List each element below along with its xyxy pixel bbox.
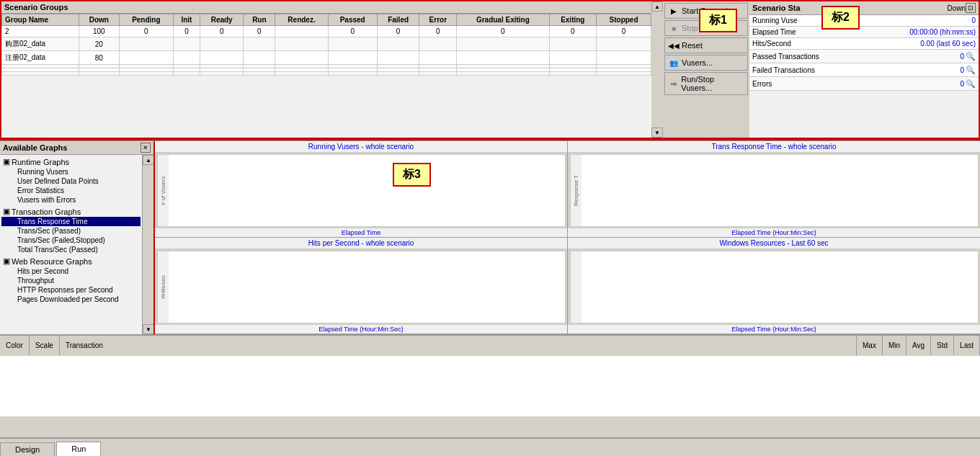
scroll-down-arrow[interactable]: ▼	[651, 128, 663, 138]
stats-row-running: Running Vuse 0	[749, 15, 979, 27]
window-button[interactable]: ⊡	[966, 3, 976, 13]
graph-item-trans-sec-passed[interactable]: Trans/Sec (Passed)	[1, 226, 141, 236]
chart-windows-title: Windows Resources - Last 60 sec	[568, 238, 980, 249]
bt-col-min: Min	[883, 336, 906, 355]
ag-scroll-track[interactable]	[143, 165, 153, 324]
scenario-groups-table: Group Name Down Pending Init Ready Run R…	[1, 14, 651, 138]
label-badge-3: 标3	[393, 163, 431, 187]
graph-item-throughput[interactable]: Throughput	[1, 276, 141, 285]
tab-design[interactable]: Design	[0, 442, 55, 456]
col-gradual: Gradual Exiting	[457, 14, 549, 26]
down-label: Down	[947, 4, 966, 12]
chart-running-vusers-title: Running Vusers - whole scenario	[155, 141, 567, 153]
graph-item-hits[interactable]: Hits per Second	[1, 267, 141, 276]
graph-item-pages-downloaded[interactable]: Pages Downloaded per Second	[1, 295, 141, 304]
chart-trans-response-body: Response T	[569, 154, 979, 227]
errors-search-icon[interactable]: 🔍	[966, 79, 976, 89]
scroll-up-arrow[interactable]: ▲	[651, 1, 663, 12]
transaction-label: Transaction Graphs	[12, 207, 81, 216]
bt-col-color: Color	[0, 336, 30, 355]
vusers-button[interactable]: 👥 Vusers...	[664, 55, 748, 71]
bt-col-last: Last	[954, 336, 980, 355]
table-row	[2, 72, 651, 76]
expand-icon2: ▣	[3, 207, 10, 216]
col-passed: Passed	[328, 14, 377, 26]
chart-hits-ylabel: #Hits/sec	[157, 251, 169, 323]
bottom-table-header: Color Scale Transaction Max Min Avg Std …	[0, 335, 980, 355]
chart-trans-response: Trans Response Time - whole scenario Res…	[568, 141, 980, 237]
transaction-graphs-group: ▣ Transaction Graphs Trans Response Time…	[1, 206, 141, 254]
chart-hits-canvas[interactable]	[169, 251, 565, 323]
table-row[interactable]: 注册02_data80	[2, 51, 651, 65]
graph-item-total-trans[interactable]: Total Trans/Sec (Passed)	[1, 245, 141, 254]
scenario-groups-title: Scenario Groups	[1, 1, 651, 14]
chart-trans-response-canvas[interactable]	[582, 155, 978, 226]
stop-icon: ■	[668, 23, 680, 33]
play-icon: ▶	[668, 6, 680, 16]
chart-windows-resources: Windows Resources - Last 60 sec Elapsed …	[568, 238, 980, 334]
chart-windows-canvas[interactable]	[582, 251, 978, 323]
tab-run[interactable]: Run	[56, 442, 101, 456]
col-ready: Ready	[200, 14, 243, 26]
graph-item-trans-sec-failed[interactable]: Trans/Sec (Failed,Stopped)	[1, 236, 141, 245]
chart-windows-body	[569, 251, 979, 323]
failed-search-icon[interactable]: 🔍	[966, 65, 976, 75]
transaction-graphs-header[interactable]: ▣ Transaction Graphs	[1, 206, 141, 217]
table-row[interactable]: 购票02_data20	[2, 37, 651, 51]
chart-hits-title: Hits per Second - whole scenario	[155, 238, 567, 249]
chart-hits-footer: Elapsed Time (Hour:Min:Sec)	[155, 325, 567, 334]
bt-col-max: Max	[857, 336, 883, 355]
graph-item-http-responses[interactable]: HTTP Responses per Second	[1, 285, 141, 295]
chart-trans-response-ylabel: Response T	[570, 155, 582, 226]
scroll-track[interactable]	[651, 12, 663, 128]
bt-col-transaction: Transaction	[60, 336, 857, 355]
ag-scroll-up[interactable]: ▲	[143, 155, 153, 165]
ag-scroll-down[interactable]: ▼	[143, 324, 153, 334]
col-stopped: Stopped	[597, 14, 651, 26]
table-row[interactable]: 21000000000000	[2, 26, 651, 37]
reset-icon: ◀◀	[668, 40, 680, 50]
available-graphs-panel: Available Graphs ✕ ▣ Runtime Graphs Runn…	[0, 141, 155, 334]
bt-col-scale: Scale	[30, 336, 60, 355]
col-pending: Pending	[119, 14, 173, 26]
run-stop-vusers-button[interactable]: ⇨ Run/Stop Vusers...	[664, 72, 748, 95]
graph-item-user-defined[interactable]: User Defined Data Points	[1, 176, 141, 186]
label-badge-1: 标1	[699, 9, 737, 32]
stats-row-failed: Failed Transactions 0 🔍	[749, 63, 979, 77]
stats-row-errors: Errors 0 🔍	[749, 77, 979, 91]
col-init: Init	[173, 14, 200, 26]
bt-col-std: Std	[931, 336, 954, 355]
col-run: Run	[244, 14, 275, 26]
tab-bar: Design Run	[0, 437, 980, 456]
chart-running-vusers: Running Vusers - whole scenario # of Vus…	[155, 141, 568, 237]
passed-search-icon[interactable]: 🔍	[966, 51, 976, 61]
reset-button[interactable]: ◀◀ Reset	[664, 37, 748, 53]
graph-item-error-statistics[interactable]: Error Statistics	[1, 186, 141, 195]
graph-item-vusers-errors[interactable]: Vusers with Errors	[1, 195, 141, 205]
stats-row-passed: Passed Transactions 0 🔍	[749, 50, 979, 63]
col-down: Down	[79, 14, 119, 26]
vusers-icon: 👥	[668, 58, 680, 68]
col-failed: Failed	[377, 14, 419, 26]
chart-windows-ylabel	[570, 251, 582, 323]
label-badge-2: 标2	[821, 6, 860, 30]
graph-item-trans-response[interactable]: Trans Response Time	[1, 217, 141, 226]
web-resource-graphs-group: ▣ Web Resource Graphs Hits per Second Th…	[1, 256, 141, 304]
stats-header: Scenario Sta Down ⊡	[749, 1, 979, 15]
web-resource-graphs-header[interactable]: ▣ Web Resource Graphs	[1, 256, 141, 267]
chart-hits-body: #Hits/sec	[156, 251, 566, 323]
expand-icon: ▣	[3, 157, 10, 166]
chart-trans-response-footer: Elapsed Time (Hour:Min:Sec)	[568, 228, 980, 237]
stats-row-elapsed: Elapsed Time 00:00:00 (hh:mm:ss)	[749, 27, 979, 38]
graph-item-running-vusers[interactable]: Running Vusers	[1, 167, 141, 176]
runtime-graphs-group: ▣ Runtime Graphs Running Vusers User Def…	[1, 156, 141, 205]
runtime-graphs-header[interactable]: ▣ Runtime Graphs	[1, 156, 141, 167]
top-charts-row: Running Vusers - whole scenario # of Vus…	[155, 141, 980, 238]
available-graphs-header: Available Graphs ✕	[0, 141, 153, 155]
col-rendez: Rendez.	[275, 14, 328, 26]
col-error: Error	[419, 14, 457, 26]
col-exiting: Exiting	[549, 14, 597, 26]
available-graphs-close[interactable]: ✕	[141, 143, 151, 153]
chart-running-vusers-canvas[interactable]	[169, 155, 565, 226]
graph-tree: ▣ Runtime Graphs Running Vusers User Def…	[0, 155, 142, 334]
